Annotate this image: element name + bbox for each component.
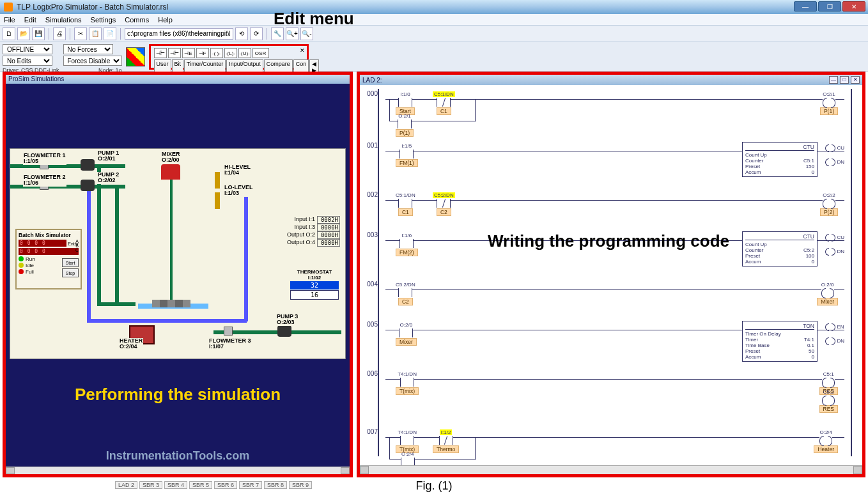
tool-save[interactable]: 💾 [32,27,45,40]
pin: CU [825,144,844,151]
tool-redo[interactable]: ⟳ [250,27,263,40]
element-address: O:2/0 [821,282,834,288]
rung[interactable]: 002C5:1/DNC1C5:2/DNC2O:2/2P(2) [366,190,856,223]
scroll-left-icon[interactable] [6,467,15,474]
ladder-element[interactable]: O:2/0Mixer [396,322,417,346]
forces-dropdown[interactable]: No Forces [63,44,113,54]
instr-xic[interactable]: ⊣⊢ [154,48,167,58]
menu-file[interactable]: File [4,16,15,24]
menu-comms[interactable]: Comms [125,16,149,24]
instr-unlatch[interactable]: -(U)- [238,48,251,58]
element-tag: P(2) [820,208,838,216]
tab-sbr9[interactable]: SBR 9 [289,481,312,489]
element-tag: T(mix) [396,387,419,395]
scroll-right-icon[interactable] [853,466,862,474]
tool-cut[interactable]: ✂ [74,27,87,40]
block-title: TON [745,323,814,330]
rung[interactable]: 001I:1/5FM(1)CTUCount UpCounterC5:1Prese… [366,141,856,183]
rung[interactable]: 004C5:2/DNC2O:2/0Mixer [366,279,856,313]
close-button[interactable]: ✕ [842,1,865,12]
tool-zoom-in[interactable]: 🔍+ [286,27,298,40]
start-button[interactable]: Start [62,258,79,267]
path-input[interactable] [125,28,233,40]
tab-lad2[interactable]: LAD 2 [115,481,137,489]
ladder-element[interactable]: O:2/0Mixer [817,282,838,305]
instr-xio[interactable]: ⊣⊢ [168,48,181,58]
instr-otl[interactable]: ⊣F [196,48,209,58]
instruction-block[interactable]: CTUCount UpCounterC5:1Preset150Accum0 [742,142,818,177]
forces2-dropdown[interactable]: Forces Disabled [63,56,122,66]
instr-osr[interactable]: OSR [252,48,269,58]
tool-zoom-out[interactable]: 🔍- [300,27,313,40]
thermostat-pv[interactable]: 16 [290,290,339,300]
block-row: Preset50 [745,348,814,354]
label-flowmeter2: FLOWMETER 2 I:1/06 [23,174,66,187]
xic-icon [399,150,414,158]
ladder-element[interactable]: T4:1/DNT(mix) [396,429,419,453]
horizontal-scrollbar[interactable] [6,467,350,474]
ladder-element[interactable]: T4:1/DNT(mix) [396,371,419,395]
tool-undo[interactable]: ⟲ [235,27,248,40]
branch-wire [389,99,390,121]
minimize-button[interactable]: — [794,1,817,12]
panel-close-icon[interactable]: ✕ [300,47,305,54]
branch-wire [475,437,476,459]
tool-new[interactable]: 🗋 [3,27,15,40]
instruction-block[interactable]: CTUCount UpCounterC5:2Preset100Accum0 [742,231,818,266]
rung[interactable]: 005O:2/0MixerTONTimer On DelayTimerT4:1T… [366,320,856,362]
tool-paste[interactable]: 📄 [104,27,116,40]
lad-close-icon[interactable]: ✕ [851,76,860,84]
pump-1 [81,159,95,171]
menu-help[interactable]: Help [158,16,173,24]
instruction-block[interactable]: TONTimer On DelayTimerT4:1Time Base0.1Pr… [742,321,818,362]
ladder-element[interactable]: I:1/6FM(2) [396,233,418,256]
ladder-element[interactable]: C5:1/DNC1 [433,91,455,115]
tab-sbr3[interactable]: SBR 3 [139,481,162,489]
rung[interactable]: 007T4:1/DNT(mix)I:1/2ThermoO:2/4HeaterO:… [366,427,856,465]
ladder-body[interactable]: 000I:1/0StartC5:1/DNC1O:2/1P(1)O:2/1P(1)… [360,85,862,465]
ladder-element[interactable]: C5:2/DNC2 [396,282,415,305]
menu-settings[interactable]: Settings [91,16,116,24]
io-value: 0000H [317,231,340,239]
scroll-left-icon[interactable] [360,466,369,474]
ladder-element[interactable]: O:2/4Heater [396,451,420,465]
scroll-right-icon[interactable] [341,467,350,474]
instr-latch[interactable]: -(L)- [224,48,237,58]
coil-icon [823,98,835,107]
tab-sbr5[interactable]: SBR 5 [189,481,212,489]
stop-button[interactable]: Stop [62,268,79,277]
tool-open[interactable]: 📂 [17,27,30,40]
instr-ote[interactable]: ⊣E [182,48,195,58]
tab-sbr4[interactable]: SBR 4 [164,481,187,489]
tab-sbr8[interactable]: SBR 8 [264,481,287,489]
instr-coil[interactable]: -( )- [210,48,223,58]
ladder-element[interactable]: I:1/2Thermo [433,429,459,453]
tool-config[interactable]: 🔧 [271,27,284,40]
rung[interactable]: 006T4:1/DNT(mix)C5:1RESC5:2RES [366,369,856,420]
ladder-element[interactable]: O:2/1P(1) [820,91,838,115]
thermostat-sp[interactable]: 32 [290,281,339,289]
lad-min-icon[interactable]: — [829,76,838,84]
ladder-element[interactable]: O:2/2P(2) [820,192,838,216]
ladder-element[interactable]: O:2/1P(1) [396,113,414,137]
ladder-element[interactable]: C5:1/DNC1 [396,192,415,216]
io-label: Output O:4 [287,239,315,247]
ladder-element[interactable]: I:1/0Start [396,91,415,115]
maximize-button[interactable]: ❐ [818,1,841,12]
tab-sbr6[interactable]: SBR 6 [214,481,237,489]
edits-dropdown[interactable]: No Edits [3,56,52,66]
ladder-element[interactable]: C5:2RES [819,389,838,413]
ladder-element[interactable]: C5:2/DNC2 [433,192,455,216]
mode-dropdown[interactable]: OFFLINE [3,44,52,54]
tab-sbr7[interactable]: SBR 7 [239,481,262,489]
lad-max-icon[interactable]: □ [840,76,849,84]
menu-edit[interactable]: Edit [24,16,36,24]
horizontal-scrollbar[interactable] [360,465,862,474]
ladder-element[interactable]: O:2/4Heater [814,429,838,453]
menu-simulations[interactable]: Simulations [45,16,82,24]
tool-print[interactable]: 🖨 [53,27,66,40]
rung[interactable]: 000I:1/0StartC5:1/DNC1O:2/1P(1)O:2/1P(1) [366,89,856,134]
tool-copy[interactable]: 📋 [89,27,102,40]
ladder-element[interactable]: I:1/5FM(1) [396,143,418,167]
element-address: O:2/4 [819,429,832,435]
